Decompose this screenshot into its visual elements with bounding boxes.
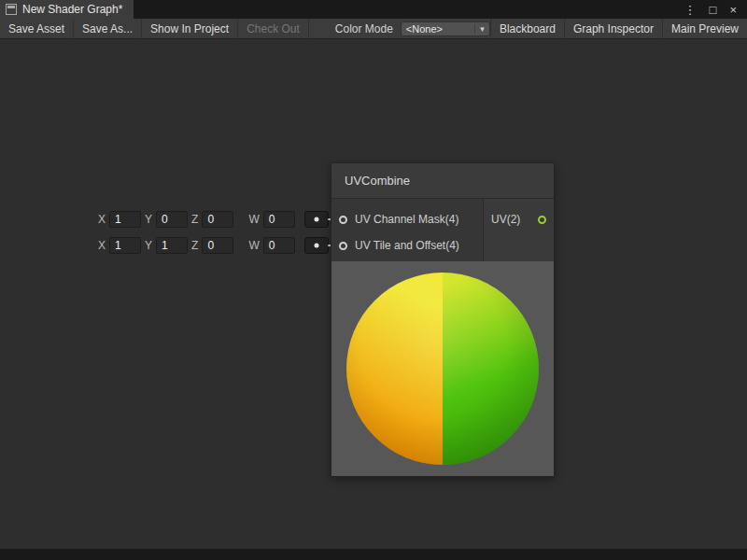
w-field[interactable]: 0 — [263, 211, 295, 228]
z-label: Z — [191, 213, 198, 226]
vector-connector-node[interactable] — [304, 211, 329, 228]
tab-new-shader-graph[interactable]: New Shader Graph* — [0, 0, 134, 19]
connector-port-icon — [314, 217, 318, 222]
sphere-shading — [346, 273, 539, 465]
color-mode-label: Color Mode — [335, 19, 393, 38]
color-mode-value: <None> — [406, 23, 443, 35]
input-port-label: UV Tile and Offset(4) — [355, 239, 459, 252]
node-uvcombine[interactable]: UVCombine UV Channel Mask(4) UV Tile and… — [331, 163, 554, 476]
node-title[interactable]: UVCombine — [331, 163, 554, 199]
graph-canvas[interactable]: X1 Y0 Z0 W0 X1 Y1 Z0 W0 UVCombine UV C — [0, 39, 747, 549]
show-in-project-button[interactable]: Show In Project — [142, 19, 238, 38]
node-output-ports: UV(2) — [484, 199, 554, 261]
bottom-strip — [0, 549, 747, 560]
chevron-down-icon: ▾ — [474, 24, 485, 34]
maximize-icon[interactable]: □ — [705, 3, 722, 17]
close-icon[interactable]: × — [725, 3, 741, 17]
uv-preview-sphere — [346, 273, 539, 465]
w-label: W — [248, 239, 259, 252]
x-field[interactable]: 1 — [109, 211, 141, 228]
input-port-icon[interactable] — [339, 242, 347, 250]
x-label: X — [98, 213, 106, 226]
vector4-input-row-1: X1 Y0 Z0 W0 — [98, 211, 329, 228]
vector-connector-node[interactable] — [304, 237, 329, 254]
node-preview — [331, 261, 554, 476]
connector-port-icon — [314, 244, 318, 248]
save-as-button[interactable]: Save As... — [74, 19, 142, 38]
main-preview-button[interactable]: Main Preview — [662, 19, 747, 38]
x-label: X — [98, 239, 106, 252]
save-asset-button[interactable]: Save Asset — [0, 19, 74, 38]
output-port-icon[interactable] — [538, 216, 546, 224]
output-port-uv[interactable]: UV(2) — [484, 206, 554, 232]
shader-graph-window: New Shader Graph* ⋮ □ × Save Asset Save … — [0, 0, 747, 560]
y-field[interactable]: 1 — [156, 237, 188, 254]
z-label: Z — [191, 239, 198, 252]
vector4-input-row-2: X1 Y1 Z0 W0 — [98, 237, 329, 254]
kebab-menu-icon[interactable]: ⋮ — [680, 3, 701, 17]
shader-graph-icon — [6, 4, 17, 15]
input-port-label: UV Channel Mask(4) — [355, 213, 458, 226]
tab-bar: New Shader Graph* ⋮ □ × — [0, 0, 747, 19]
y-label: Y — [145, 213, 152, 226]
blackboard-button[interactable]: Blackboard — [490, 19, 564, 38]
output-port-label: UV(2) — [491, 213, 520, 226]
z-field[interactable]: 0 — [202, 237, 233, 254]
color-mode-dropdown[interactable]: <None> ▾ — [401, 21, 490, 36]
toolbar-right-group: Blackboard Graph Inspector Main Preview — [490, 19, 747, 38]
input-port-icon[interactable] — [339, 216, 347, 224]
x-field[interactable]: 1 — [109, 237, 141, 254]
y-label: Y — [145, 239, 152, 252]
w-field[interactable]: 0 — [263, 237, 295, 254]
input-port-uv-tile-offset[interactable]: UV Tile and Offset(4) — [331, 232, 483, 259]
window-controls: ⋮ □ × — [680, 0, 747, 19]
toolbar: Save Asset Save As... Show In Project Ch… — [0, 19, 747, 39]
node-ports: UV Channel Mask(4) UV Tile and Offset(4)… — [331, 199, 554, 261]
tab-title: New Shader Graph* — [22, 3, 122, 16]
graph-inspector-button[interactable]: Graph Inspector — [564, 19, 662, 38]
y-field[interactable]: 0 — [156, 211, 188, 228]
z-field[interactable]: 0 — [202, 211, 233, 228]
check-out-button: Check Out — [238, 19, 309, 38]
node-input-ports: UV Channel Mask(4) UV Tile and Offset(4) — [331, 199, 484, 261]
input-port-uv-channel-mask[interactable]: UV Channel Mask(4) — [331, 206, 483, 232]
w-label: W — [248, 213, 259, 226]
